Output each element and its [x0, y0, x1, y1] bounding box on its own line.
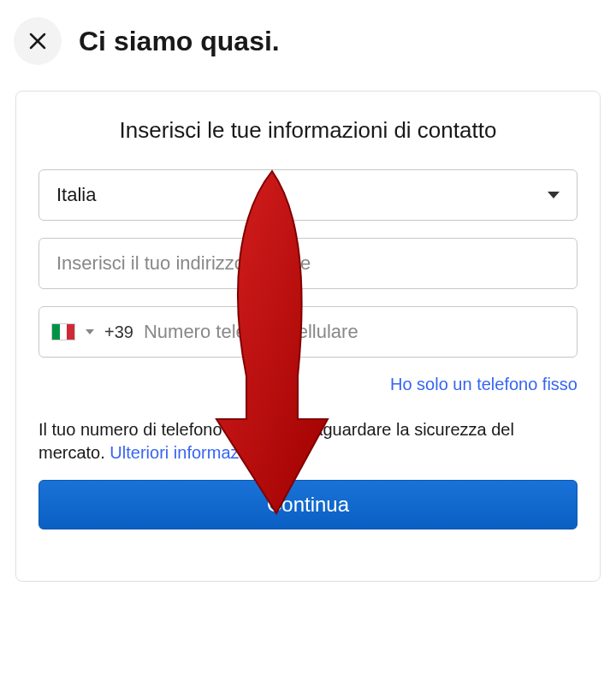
- continue-button[interactable]: Continua: [38, 480, 578, 529]
- close-button[interactable]: [14, 17, 62, 65]
- landline-only-link[interactable]: Ho solo un telefono fisso: [38, 375, 578, 394]
- chevron-down-icon: [548, 192, 560, 198]
- info-text: Il tuo numero di telefono aiuta a salvag…: [38, 418, 578, 464]
- chevron-down-icon[interactable]: [86, 329, 94, 334]
- close-icon: [27, 31, 48, 51]
- country-select[interactable]: Italia: [38, 169, 578, 221]
- dial-code: +39: [104, 322, 133, 342]
- address-field-wrapper: [38, 238, 578, 289]
- card-title: Inserisci le tue informazioni di contatt…: [38, 117, 578, 144]
- page-title: Ci siamo quasi.: [79, 26, 280, 57]
- phone-field-wrapper: +39: [38, 306, 578, 358]
- address-input[interactable]: [56, 252, 560, 275]
- header: Ci siamo quasi.: [0, 0, 616, 82]
- more-info-link[interactable]: Ulteriori informazioni: [110, 443, 265, 462]
- italy-flag-icon[interactable]: [51, 323, 75, 340]
- contact-form-card: Inserisci le tue informazioni di contatt…: [15, 91, 601, 582]
- country-select-value: Italia: [56, 184, 96, 206]
- phone-input[interactable]: [144, 321, 560, 343]
- info-text-suffix: .: [266, 443, 271, 462]
